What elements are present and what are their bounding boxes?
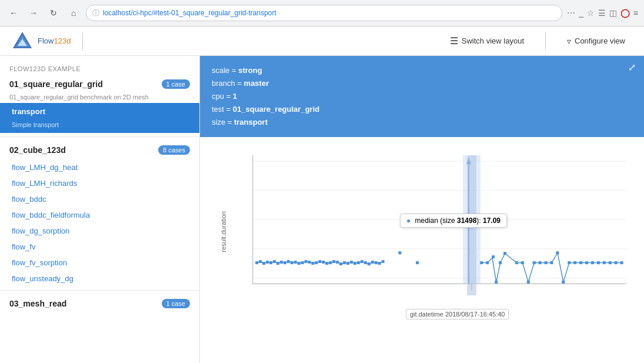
browser-actions: ⋯ ⎯ ☆ ☰ ◫ ◯ ≡ xyxy=(567,8,638,18)
case-flow-lmh-dg-heat[interactable]: flow_LMH_dg_heat xyxy=(0,159,199,175)
svg-line-65 xyxy=(522,263,528,282)
address-bar[interactable]: ⓘ localhost/ci-hpc/#test-01_square_regul… xyxy=(86,5,562,21)
expand-button[interactable]: ⤢ xyxy=(628,62,636,73)
info-field-scale: scale = strong xyxy=(212,64,632,77)
header-separator-2 xyxy=(545,32,546,50)
filter-icon: ▿ xyxy=(567,36,571,46)
bench-name-01: 01_square_regular_grid xyxy=(9,79,103,89)
logo-text: Flow123d xyxy=(38,36,71,45)
configure-view-label: Configure view xyxy=(575,36,625,45)
info-panel: ⤢ scale = strong branch = master cpu = 1… xyxy=(200,56,644,137)
bench-group-03: 03_mesh_read 1 case xyxy=(0,294,199,313)
nav-forward-button[interactable]: → xyxy=(26,5,41,21)
bench-count-02: 8 cases xyxy=(158,145,190,155)
bench-header-01[interactable]: 01_square_regular_grid 1 case xyxy=(0,75,199,94)
info-field-cpu: cpu = 1 xyxy=(212,90,632,103)
nav-home-button[interactable]: ⌂ xyxy=(66,5,81,21)
case-flow-dg-sorption[interactable]: flow_dg_sorption xyxy=(0,223,199,239)
info-field-test: test = 01_square_regular_grid xyxy=(212,103,632,116)
svg-line-60 xyxy=(500,254,505,263)
bench-name-03: 03_mesh_read xyxy=(9,299,66,308)
case-flow-unsteady-dg[interactable]: flow_unsteady_dg xyxy=(0,271,199,287)
case-transport-active[interactable]: transport xyxy=(0,103,199,120)
bench-name-02: 02_cube_123d xyxy=(9,145,66,155)
app-body: FLOW123D EXAMPLE 01_square_regular_grid … xyxy=(0,56,644,363)
nav-reload-button[interactable]: ↻ xyxy=(46,5,61,21)
sidebar: FLOW123D EXAMPLE 01_square_regular_grid … xyxy=(0,56,200,363)
x-axis-tick-label: git.datetime 2018/08/17-16:45:40 xyxy=(406,309,509,319)
header-actions: ☰ Switch view layout ▿ Configure view xyxy=(443,32,632,50)
info-field-branch: branch = master xyxy=(212,77,632,90)
sidebar-section-title: FLOW123D EXAMPLE xyxy=(0,62,199,75)
case-flow-bddc[interactable]: flow_bddc xyxy=(0,191,199,207)
bench-count-03: 1 case xyxy=(162,299,190,308)
divider-1 xyxy=(0,136,199,137)
info-field-size: size = transport xyxy=(212,116,632,129)
nav-back-button[interactable]: ← xyxy=(6,5,21,21)
more-button[interactable]: ⋯ xyxy=(567,8,575,18)
chart-svg xyxy=(235,143,632,319)
svg-line-72 xyxy=(552,253,558,263)
bench-group-02: 02_cube_123d 8 cases flow_LMH_dg_heat fl… xyxy=(0,141,199,287)
configure-view-button[interactable]: ▿ Configure view xyxy=(560,33,632,49)
reader-icon[interactable]: ◫ xyxy=(609,8,617,18)
opera-icon[interactable]: ◯ xyxy=(620,8,630,18)
tooltip-text: median (size 31498): 17.09 xyxy=(415,217,500,225)
x-tick-value: 2018/08/17-16:45:40 xyxy=(445,311,505,318)
bench-group-01: 01_square_regular_grid 1 case 01_square_… xyxy=(0,75,199,133)
case-flow-lmh-richards[interactable]: flow_LMH_richards xyxy=(0,175,199,191)
case-flow-fv-sorption[interactable]: flow_fv_sorption xyxy=(0,255,199,271)
tooltip-value: 17.09 xyxy=(483,217,500,225)
case-flow-fv[interactable]: flow_fv xyxy=(0,239,199,255)
y-axis-label: result.duration xyxy=(220,211,227,252)
case-flow-bddc-fieldformula[interactable]: flow_bddc_fieldformula xyxy=(0,207,199,223)
svg-line-58 xyxy=(496,263,500,282)
bench-desc-01: 01_square_regular_grid benchmark on 2D m… xyxy=(0,94,199,103)
svg-rect-48 xyxy=(399,252,401,254)
svg-line-56 xyxy=(492,257,496,282)
bookmark-icon[interactable]: ☆ xyxy=(587,8,595,18)
bench-count-01: 1 case xyxy=(162,79,190,89)
list-icon: ☰ xyxy=(450,35,458,46)
tooltip-dot: ● xyxy=(406,217,411,225)
header-separator xyxy=(82,32,83,50)
svg-rect-49 xyxy=(416,262,419,264)
logo-flow: Flow xyxy=(38,36,54,45)
bench-header-03[interactable]: 03_mesh_read 1 case xyxy=(0,294,199,313)
svg-line-62 xyxy=(505,254,517,263)
chart-plot-area: ● median (size 31498): 17.09 git.datetim… xyxy=(235,143,632,319)
x-tick-key: git.datetime xyxy=(410,311,443,318)
chart-area: result.duration xyxy=(200,137,644,331)
tooltip-size: 31498 xyxy=(457,217,476,225)
bench-header-02[interactable]: 02_cube_123d 8 cases xyxy=(0,141,199,159)
case-transport-sub: Simple transport xyxy=(0,120,199,133)
y-axis-container: result.duration xyxy=(212,143,235,319)
main-content: ⤢ scale = strong branch = master cpu = 1… xyxy=(200,56,644,363)
logo-icon xyxy=(12,31,33,52)
menu-icon[interactable]: ≡ xyxy=(633,8,638,18)
divider-2 xyxy=(0,290,199,291)
chart-tooltip: ● median (size 31498): 17.09 xyxy=(400,214,507,228)
app-header: Flow123d ☰ Switch view layout ▿ Configur… xyxy=(0,26,644,56)
address-info-icon: ⓘ xyxy=(92,8,99,18)
svg-line-76 xyxy=(563,263,569,282)
app-logo[interactable]: Flow123d xyxy=(12,31,71,52)
logo-num: 123d xyxy=(54,36,71,45)
reading-list-icon[interactable]: ⎯ xyxy=(579,8,583,18)
browser-chrome: ← → ↻ ⌂ ⓘ localhost/ci-hpc/#test-01_squa… xyxy=(0,0,644,26)
svg-line-67 xyxy=(528,263,534,282)
switch-view-button[interactable]: ☰ Switch view layout xyxy=(443,32,531,50)
url-text: localhost/ci-hpc/#test-01_square_regular… xyxy=(103,9,556,17)
bookmarks-shelf-icon[interactable]: ☰ xyxy=(598,8,606,18)
switch-view-label: Switch view layout xyxy=(462,36,524,45)
chart-container: result.duration xyxy=(212,143,632,319)
